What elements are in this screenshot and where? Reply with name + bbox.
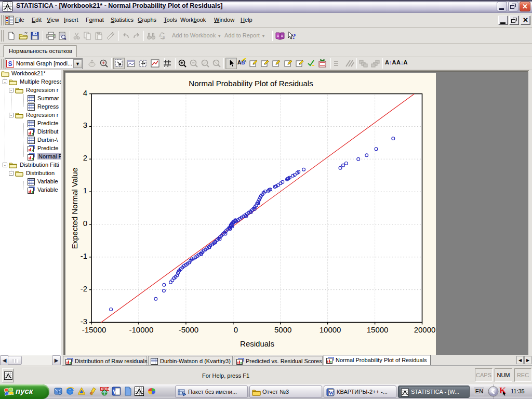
svg-text:W: W	[329, 390, 334, 396]
svg-text:W: W	[113, 388, 119, 395]
svg-text:B: B	[163, 36, 165, 39]
svg-text:A: A	[159, 34, 162, 37]
svg-text:?: ?	[292, 32, 296, 41]
